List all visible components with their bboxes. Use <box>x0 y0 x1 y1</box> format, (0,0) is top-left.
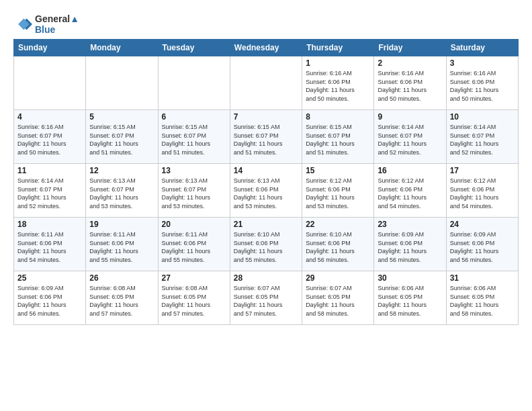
day-cell-13: 13Sunrise: 6:13 AM Sunset: 6:07 PM Dayli… <box>158 164 230 218</box>
day-info: Sunrise: 6:15 AM Sunset: 6:07 PM Dayligh… <box>162 123 226 156</box>
day-cell-10: 10Sunrise: 6:14 AM Sunset: 6:07 PM Dayli… <box>446 110 518 164</box>
logo-icon <box>13 15 32 34</box>
calendar-table: SundayMondayTuesdayWednesdayThursdayFrid… <box>13 39 519 325</box>
day-number: 21 <box>234 220 298 229</box>
day-info: Sunrise: 6:12 AM Sunset: 6:06 PM Dayligh… <box>378 177 442 210</box>
day-cell-1: 1Sunrise: 6:16 AM Sunset: 6:06 PM Daylig… <box>302 56 374 110</box>
day-cell-27: 27Sunrise: 6:08 AM Sunset: 6:05 PM Dayli… <box>158 271 230 325</box>
day-info: Sunrise: 6:09 AM Sunset: 6:06 PM Dayligh… <box>450 230 515 264</box>
week-row-4: 25Sunrise: 6:09 AM Sunset: 6:06 PM Dayli… <box>14 271 519 325</box>
day-info: Sunrise: 6:06 AM Sunset: 6:05 PM Dayligh… <box>450 284 515 318</box>
week-row-3: 18Sunrise: 6:11 AM Sunset: 6:06 PM Dayli… <box>14 218 519 271</box>
week-row-2: 11Sunrise: 6:14 AM Sunset: 6:07 PM Dayli… <box>14 164 519 218</box>
empty-cell <box>14 56 86 110</box>
day-cell-26: 26Sunrise: 6:08 AM Sunset: 6:05 PM Dayli… <box>86 271 158 325</box>
day-cell-25: 25Sunrise: 6:09 AM Sunset: 6:06 PM Dayli… <box>14 271 86 325</box>
day-cell-23: 23Sunrise: 6:09 AM Sunset: 6:06 PM Dayli… <box>374 218 446 271</box>
day-info: Sunrise: 6:14 AM Sunset: 6:07 PM Dayligh… <box>450 123 515 156</box>
day-cell-22: 22Sunrise: 6:10 AM Sunset: 6:06 PM Dayli… <box>302 218 374 271</box>
day-info: Sunrise: 6:11 AM Sunset: 6:06 PM Dayligh… <box>17 230 82 264</box>
day-info: Sunrise: 6:12 AM Sunset: 6:06 PM Dayligh… <box>450 177 515 210</box>
day-info: Sunrise: 6:10 AM Sunset: 6:06 PM Dayligh… <box>234 230 298 264</box>
day-info: Sunrise: 6:16 AM Sunset: 6:07 PM Dayligh… <box>17 123 82 156</box>
day-cell-11: 11Sunrise: 6:14 AM Sunset: 6:07 PM Dayli… <box>14 164 86 218</box>
day-info: Sunrise: 6:15 AM Sunset: 6:07 PM Dayligh… <box>234 123 298 156</box>
day-info: Sunrise: 6:09 AM Sunset: 6:06 PM Dayligh… <box>17 284 82 318</box>
day-info: Sunrise: 6:13 AM Sunset: 6:07 PM Dayligh… <box>162 177 226 210</box>
day-cell-6: 6Sunrise: 6:15 AM Sunset: 6:07 PM Daylig… <box>158 110 230 164</box>
logo: General▲ Blue <box>13 13 79 35</box>
day-number: 18 <box>17 220 82 229</box>
day-cell-15: 15Sunrise: 6:12 AM Sunset: 6:06 PM Dayli… <box>302 164 374 218</box>
day-number: 8 <box>306 112 370 122</box>
weekday-header-sunday: Sunday <box>14 40 86 56</box>
empty-cell <box>230 56 302 110</box>
empty-cell <box>86 56 158 110</box>
day-number: 31 <box>450 273 515 283</box>
weekday-header-row: SundayMondayTuesdayWednesdayThursdayFrid… <box>14 40 519 56</box>
day-info: Sunrise: 6:06 AM Sunset: 6:05 PM Dayligh… <box>378 284 442 318</box>
day-number: 27 <box>162 273 226 283</box>
day-number: 19 <box>89 220 154 229</box>
weekday-header-thursday: Thursday <box>302 40 374 56</box>
day-cell-7: 7Sunrise: 6:15 AM Sunset: 6:07 PM Daylig… <box>230 110 302 164</box>
logo-text: General▲ Blue <box>35 13 79 35</box>
day-number: 12 <box>89 166 154 175</box>
day-cell-29: 29Sunrise: 6:07 AM Sunset: 6:05 PM Dayli… <box>302 271 374 325</box>
day-cell-28: 28Sunrise: 6:07 AM Sunset: 6:05 PM Dayli… <box>230 271 302 325</box>
day-info: Sunrise: 6:13 AM Sunset: 6:06 PM Dayligh… <box>234 177 298 210</box>
day-cell-12: 12Sunrise: 6:13 AM Sunset: 6:07 PM Dayli… <box>86 164 158 218</box>
day-cell-20: 20Sunrise: 6:11 AM Sunset: 6:06 PM Dayli… <box>158 218 230 271</box>
day-info: Sunrise: 6:11 AM Sunset: 6:06 PM Dayligh… <box>89 230 154 264</box>
day-number: 30 <box>378 273 442 283</box>
day-info: Sunrise: 6:07 AM Sunset: 6:05 PM Dayligh… <box>234 284 298 318</box>
day-cell-14: 14Sunrise: 6:13 AM Sunset: 6:06 PM Dayli… <box>230 164 302 218</box>
day-number: 1 <box>306 58 370 68</box>
day-number: 5 <box>89 112 154 122</box>
day-number: 7 <box>234 112 298 122</box>
day-number: 6 <box>162 112 226 122</box>
weekday-header-saturday: Saturday <box>446 40 518 56</box>
day-number: 10 <box>450 112 515 122</box>
day-info: Sunrise: 6:11 AM Sunset: 6:06 PM Dayligh… <box>162 230 226 264</box>
day-cell-18: 18Sunrise: 6:11 AM Sunset: 6:06 PM Dayli… <box>14 218 86 271</box>
day-cell-2: 2Sunrise: 6:16 AM Sunset: 6:06 PM Daylig… <box>374 56 446 110</box>
day-cell-21: 21Sunrise: 6:10 AM Sunset: 6:06 PM Dayli… <box>230 218 302 271</box>
day-number: 29 <box>306 273 370 283</box>
day-number: 4 <box>17 112 82 122</box>
day-number: 11 <box>17 166 82 175</box>
day-number: 14 <box>234 166 298 175</box>
day-number: 15 <box>306 166 370 175</box>
day-info: Sunrise: 6:07 AM Sunset: 6:05 PM Dayligh… <box>306 284 370 318</box>
day-cell-8: 8Sunrise: 6:15 AM Sunset: 6:07 PM Daylig… <box>302 110 374 164</box>
day-cell-4: 4Sunrise: 6:16 AM Sunset: 6:07 PM Daylig… <box>14 110 86 164</box>
day-cell-30: 30Sunrise: 6:06 AM Sunset: 6:05 PM Dayli… <box>374 271 446 325</box>
day-number: 13 <box>162 166 226 175</box>
day-number: 16 <box>378 166 442 175</box>
day-cell-31: 31Sunrise: 6:06 AM Sunset: 6:05 PM Dayli… <box>446 271 518 325</box>
day-number: 23 <box>378 220 442 229</box>
week-row-0: 1Sunrise: 6:16 AM Sunset: 6:06 PM Daylig… <box>14 56 519 110</box>
day-number: 22 <box>306 220 370 229</box>
day-info: Sunrise: 6:15 AM Sunset: 6:07 PM Dayligh… <box>306 123 370 156</box>
day-number: 3 <box>450 58 515 68</box>
day-cell-17: 17Sunrise: 6:12 AM Sunset: 6:06 PM Dayli… <box>446 164 518 218</box>
day-info: Sunrise: 6:10 AM Sunset: 6:06 PM Dayligh… <box>306 230 370 264</box>
day-cell-16: 16Sunrise: 6:12 AM Sunset: 6:06 PM Dayli… <box>374 164 446 218</box>
day-cell-19: 19Sunrise: 6:11 AM Sunset: 6:06 PM Dayli… <box>86 218 158 271</box>
day-cell-5: 5Sunrise: 6:15 AM Sunset: 6:07 PM Daylig… <box>86 110 158 164</box>
day-cell-3: 3Sunrise: 6:16 AM Sunset: 6:06 PM Daylig… <box>446 56 518 110</box>
day-number: 17 <box>450 166 515 175</box>
day-number: 28 <box>234 273 298 283</box>
day-info: Sunrise: 6:16 AM Sunset: 6:06 PM Dayligh… <box>450 69 515 103</box>
page: General▲ Blue SundayMondayTuesdayWednesd… <box>0 0 532 332</box>
day-info: Sunrise: 6:14 AM Sunset: 6:07 PM Dayligh… <box>17 177 82 210</box>
day-info: Sunrise: 6:16 AM Sunset: 6:06 PM Dayligh… <box>378 69 442 103</box>
weekday-header-monday: Monday <box>86 40 158 56</box>
empty-cell <box>158 56 230 110</box>
header: General▲ Blue <box>13 11 519 35</box>
day-info: Sunrise: 6:12 AM Sunset: 6:06 PM Dayligh… <box>306 177 370 210</box>
day-number: 25 <box>17 273 82 283</box>
week-row-1: 4Sunrise: 6:16 AM Sunset: 6:07 PM Daylig… <box>14 110 519 164</box>
day-number: 24 <box>450 220 515 229</box>
